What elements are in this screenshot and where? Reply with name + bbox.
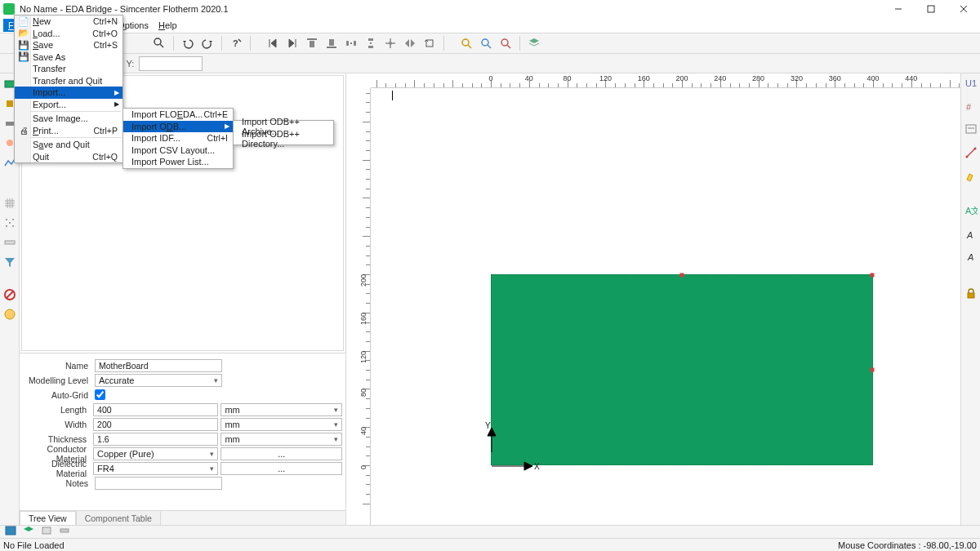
annotation-icon[interactable] bbox=[964, 122, 978, 137]
svg-point-34 bbox=[12, 225, 14, 227]
svg-point-4 bbox=[154, 38, 161, 45]
prop-len-unit[interactable]: mm▾ bbox=[220, 403, 342, 416]
minimize-button[interactable] bbox=[882, 0, 915, 18]
coord-y-input[interactable] bbox=[139, 56, 203, 71]
axis-x-label: X bbox=[534, 462, 540, 471]
grid-icon[interactable] bbox=[2, 196, 17, 211]
font-a-icon[interactable]: A bbox=[964, 227, 978, 242]
prop-notes-input[interactable] bbox=[95, 477, 222, 490]
import-submenu: Import FLOEDA...Ctrl+E Import ODB...▶ Im… bbox=[122, 108, 234, 169]
lock-icon[interactable] bbox=[964, 286, 978, 300]
prop-len-input[interactable] bbox=[93, 403, 217, 416]
svg-rect-51 bbox=[42, 527, 51, 534]
prop-wid-unit[interactable]: mm▾ bbox=[220, 418, 342, 431]
dist-h-icon[interactable] bbox=[342, 34, 360, 52]
label-hash-icon[interactable]: # bbox=[964, 100, 978, 114]
prop-dm-label: Dielectric Material bbox=[23, 459, 93, 478]
status-bar: No File Loaded Mouse Coordinates : -98.0… bbox=[0, 538, 980, 551]
prop-dm-select[interactable]: FR4▾ bbox=[93, 462, 217, 475]
measure-icon[interactable] bbox=[964, 145, 978, 160]
rotate-icon[interactable] bbox=[421, 34, 439, 52]
svg-point-45 bbox=[973, 148, 976, 150]
font-small-icon[interactable]: A bbox=[964, 250, 978, 264]
file-save-image[interactable]: Save Image... bbox=[15, 113, 122, 125]
help-icon[interactable]: ? bbox=[227, 34, 245, 52]
import-idf[interactable]: Import IDF...Ctrl+I bbox=[123, 132, 233, 144]
zoom-area-icon[interactable] bbox=[477, 34, 495, 52]
translate-icon[interactable]: A文 bbox=[964, 204, 978, 219]
center-icon[interactable] bbox=[381, 34, 399, 52]
file-import[interactable]: Import...▶ bbox=[15, 87, 122, 99]
ruler-icon[interactable] bbox=[2, 235, 17, 250]
tab-tree-view[interactable]: Tree View bbox=[20, 511, 76, 525]
import-csv[interactable]: Import CSV Layout... bbox=[123, 144, 233, 157]
prop-thk-unit[interactable]: mm▾ bbox=[220, 433, 342, 446]
align-bottom-icon[interactable] bbox=[323, 34, 341, 52]
skip-last-icon[interactable] bbox=[283, 34, 301, 52]
prop-ag-check[interactable] bbox=[95, 389, 105, 400]
properties-panel: Name Modelling Level Accurate▾ Auto-Grid… bbox=[20, 353, 345, 495]
file-load[interactable]: 📂Load...Ctrl+O bbox=[15, 28, 122, 40]
svg-point-35 bbox=[9, 222, 11, 224]
file-print[interactable]: 🖨Print...Ctrl+P bbox=[15, 125, 122, 137]
zoom-sel-icon[interactable] bbox=[497, 34, 514, 52]
prop-name-input[interactable] bbox=[95, 359, 222, 372]
file-export[interactable]: Export...▶ bbox=[15, 99, 122, 111]
coord-bar: X: Y: bbox=[0, 54, 980, 73]
redo-icon[interactable] bbox=[198, 34, 216, 52]
svg-point-44 bbox=[965, 156, 968, 158]
axis-y-label: Y bbox=[485, 421, 491, 430]
svg-rect-8 bbox=[310, 41, 314, 47]
svg-rect-42 bbox=[966, 125, 976, 133]
close-button[interactable] bbox=[947, 0, 980, 18]
filter-icon[interactable] bbox=[2, 255, 17, 269]
import-floeda[interactable]: Import FLOEDA...Ctrl+E bbox=[123, 109, 233, 121]
layers-icon[interactable] bbox=[525, 34, 543, 52]
file-transfer-quit[interactable]: Transfer and Quit bbox=[15, 75, 122, 87]
forbid-icon[interactable] bbox=[2, 287, 17, 302]
tab-component-table[interactable]: Component Table bbox=[76, 511, 161, 525]
prop-dm-browse[interactable]: ... bbox=[220, 462, 342, 475]
prop-thk-input[interactable] bbox=[93, 433, 217, 446]
pcb-board[interactable] bbox=[491, 274, 873, 465]
menu-help[interactable]: Help bbox=[154, 19, 182, 32]
prop-cm-select[interactable]: Copper (Pure)▾ bbox=[93, 447, 217, 460]
resize-handle-tr[interactable] bbox=[871, 273, 875, 278]
maximize-button[interactable] bbox=[915, 0, 947, 18]
resize-handle-top[interactable] bbox=[680, 273, 684, 278]
view-3d-icon[interactable] bbox=[3, 527, 20, 538]
file-transfer[interactable]: Transfer bbox=[15, 63, 122, 75]
dots-icon[interactable] bbox=[2, 216, 17, 230]
file-save-quit[interactable]: Save and Quit bbox=[15, 139, 122, 151]
dist-v-icon[interactable] bbox=[362, 34, 380, 52]
prop-len-label: Length bbox=[23, 405, 93, 415]
prop-cm-browse[interactable]: ... bbox=[220, 447, 342, 460]
file-quit[interactable]: QuitCtrl+Q bbox=[15, 151, 122, 163]
highlight-icon[interactable] bbox=[964, 168, 978, 183]
view-side-icon[interactable] bbox=[57, 527, 74, 538]
import-odb[interactable]: Import ODB...▶ bbox=[123, 121, 233, 133]
globe-icon[interactable] bbox=[2, 307, 17, 322]
svg-point-21 bbox=[462, 39, 469, 46]
undo-icon[interactable] bbox=[179, 34, 197, 52]
flip-h-icon[interactable] bbox=[401, 34, 419, 52]
align-top-icon[interactable] bbox=[303, 34, 321, 52]
file-new[interactable]: 📄NewCtrl+N bbox=[15, 16, 122, 28]
canvas[interactable]: Y X bbox=[371, 88, 960, 525]
file-save[interactable]: 💾SaveCtrl+S bbox=[15, 39, 122, 51]
zoom-fit-icon[interactable] bbox=[457, 34, 475, 52]
skip-first-icon[interactable] bbox=[264, 34, 282, 52]
import-power[interactable]: Import Power List... bbox=[123, 156, 233, 168]
view-top-icon[interactable] bbox=[39, 527, 56, 538]
import-odb-directory[interactable]: Import ODB++ Directory... bbox=[234, 133, 333, 145]
file-save-as[interactable]: 💾Save As bbox=[15, 51, 122, 64]
resize-handle-right[interactable] bbox=[871, 368, 875, 372]
find-icon[interactable] bbox=[150, 34, 168, 52]
label-d1-icon[interactable]: U1 bbox=[964, 77, 978, 91]
status-left: No File Loaded bbox=[3, 540, 65, 550]
left-tabs: Tree View Component Table bbox=[20, 510, 345, 525]
view-iso-icon[interactable] bbox=[21, 527, 38, 538]
prop-wid-input[interactable] bbox=[93, 418, 217, 431]
prop-ml-select[interactable]: Accurate▾ bbox=[95, 374, 222, 387]
prop-notes-label: Notes bbox=[23, 478, 95, 488]
